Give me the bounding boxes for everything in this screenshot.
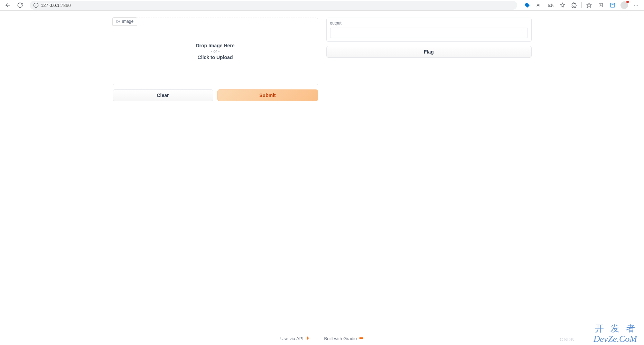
submit-button-label: Submit — [259, 93, 276, 98]
main-container: image Drop Image Here - or - Click to Up… — [0, 11, 644, 108]
collections-icon[interactable] — [596, 0, 606, 10]
svg-rect-10 — [610, 3, 615, 7]
price-tag-icon[interactable] — [522, 0, 532, 10]
arrow-left-icon — [4, 2, 11, 8]
svg-marker-4 — [560, 3, 564, 7]
flag-button[interactable]: Flag — [326, 46, 532, 58]
refresh-button[interactable] — [15, 0, 25, 10]
watermark-cn: 开 发 者 — [595, 323, 637, 335]
toolbar-separator — [581, 2, 582, 8]
flag-button-label: Flag — [424, 49, 434, 55]
drop-text-line1: Drop Image Here — [196, 43, 234, 48]
input-column: image Drop Image Here - or - Click to Up… — [113, 18, 318, 101]
image-drop-area[interactable]: Drop Image Here - or - Click to Upload — [113, 18, 318, 85]
more-menu-icon[interactable] — [631, 0, 641, 10]
extensions-icon[interactable] — [569, 0, 579, 10]
submit-button[interactable]: Submit — [217, 89, 318, 101]
svg-point-13 — [637, 5, 638, 6]
edge-app-icon[interactable] — [607, 0, 618, 10]
favorite-star-icon[interactable] — [557, 0, 568, 10]
url-text: 127.0.0.1:7860 — [41, 3, 71, 8]
url-host: 127.0.0.1 — [41, 3, 59, 8]
gradio-link-text: Built with Gradio — [324, 336, 357, 341]
clear-button[interactable]: Clear — [113, 89, 213, 101]
svg-point-11 — [634, 5, 635, 6]
svg-point-15 — [117, 21, 118, 21]
svg-marker-5 — [587, 3, 591, 7]
footer-separator: · — [317, 336, 318, 341]
profile-avatar[interactable] — [619, 0, 629, 10]
back-button[interactable] — [3, 0, 12, 10]
svg-rect-16 — [360, 337, 363, 339]
favorites-list-icon[interactable] — [584, 0, 594, 10]
translate-icon[interactable]: aあ — [545, 0, 556, 10]
footer: Use via API · Built with Gradio — [0, 336, 644, 342]
watermark-devze: DevZe.CoM — [594, 334, 637, 344]
image-input-wrapper: image Drop Image Here - or - Click to Up… — [113, 18, 318, 85]
output-column: output Flag — [326, 18, 532, 101]
api-link[interactable]: Use via API — [280, 336, 310, 342]
output-field — [330, 28, 528, 38]
address-bar[interactable]: 127.0.0.1:7860 — [30, 1, 517, 10]
watermark-csdn: CSDN — [560, 337, 575, 342]
toolbar-right-icons: aあ — [522, 0, 641, 10]
url-port: :7860 — [59, 3, 71, 8]
api-icon — [306, 336, 310, 342]
refresh-icon — [17, 2, 23, 8]
gradio-layout: image Drop Image Here - or - Click to Up… — [113, 18, 532, 101]
drop-text-or: - or - — [211, 49, 220, 54]
output-label: output — [330, 21, 528, 26]
browser-toolbar: 127.0.0.1:7860 aあ — [0, 0, 644, 11]
avatar-icon — [620, 1, 628, 9]
button-row: Clear Submit — [113, 89, 318, 101]
clear-button-label: Clear — [157, 93, 169, 98]
image-tab-label: image — [122, 19, 134, 24]
output-panel: output — [326, 18, 532, 42]
gradio-link[interactable]: Built with Gradio — [324, 336, 364, 342]
image-icon — [116, 19, 120, 23]
image-tab[interactable]: image — [112, 17, 138, 26]
gradio-icon — [359, 336, 364, 342]
drop-text-line2: Click to Upload — [198, 55, 233, 60]
text-size-icon[interactable] — [534, 0, 544, 10]
api-link-text: Use via API — [280, 336, 304, 341]
svg-point-12 — [636, 5, 636, 6]
info-icon — [33, 2, 39, 8]
